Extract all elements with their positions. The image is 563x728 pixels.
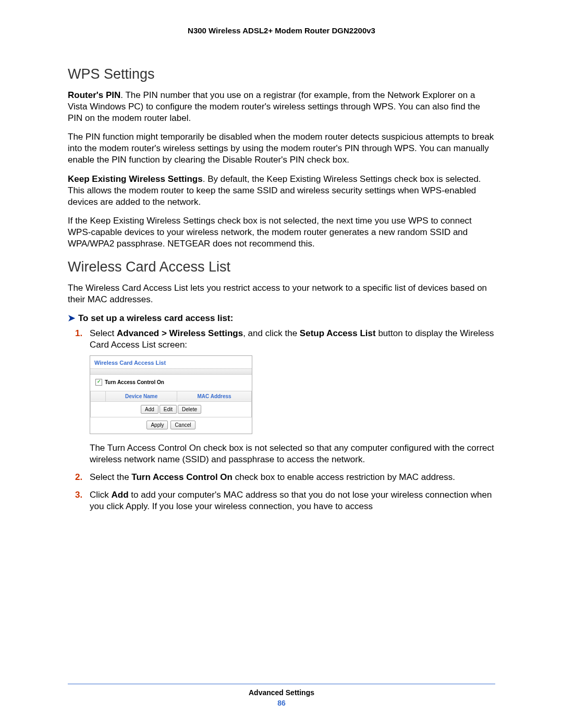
device-table: Device Name MAC Address AddEditDelete [90, 391, 252, 417]
cancel-button[interactable]: Cancel [170, 421, 195, 429]
procedure-title: To set up a wireless card access list: [78, 313, 233, 323]
menu-path: Advanced > Wireless Settings [117, 328, 243, 338]
col-device-name: Device Name [106, 391, 177, 401]
apply-button[interactable]: Apply [146, 421, 168, 429]
checkbox-name: Turn Access Control On [131, 472, 232, 482]
button-name: Setup Access List [300, 328, 376, 338]
step-1: Select Advanced > Wireless Settings, and… [90, 328, 495, 465]
bottom-button-row: Apply Cancel [90, 417, 252, 434]
button-name: Add [112, 490, 129, 500]
footer-page-number: 86 [68, 699, 495, 707]
page-footer: Advanced Settings 86 [68, 684, 495, 707]
screenshot-wireless-card-access-list: Wireless Card Access List ✓ Turn Access … [90, 355, 252, 434]
footer-rule [68, 684, 495, 684]
text: . The PIN number that you use on a regis… [68, 90, 480, 123]
para-keep-existing-2: If the Keep Existing Wireless Settings c… [68, 215, 495, 250]
text: Select the [90, 472, 131, 482]
label-keep-existing: Keep Existing Wireless Settings [68, 174, 203, 184]
text: Click [90, 490, 112, 500]
arrow-icon: ➤ [68, 313, 75, 323]
procedure-heading: ➤To set up a wireless card access list: [68, 313, 495, 324]
text: , and click the [243, 328, 300, 338]
text: Select [90, 328, 117, 338]
step-2: Select the Turn Access Control On check … [90, 472, 495, 483]
checkbox-label: Turn Access Control On [105, 379, 164, 386]
heading-wireless-card-access-list: Wireless Card Access List [68, 259, 495, 275]
table-button-row: AddEditDelete [91, 401, 252, 417]
label-routers-pin: Router's PIN [68, 90, 120, 100]
para-after-screenshot: The Turn Access Control On check box is … [90, 443, 494, 464]
footer-section-title: Advanced Settings [68, 688, 495, 697]
separator [90, 368, 252, 375]
add-button[interactable]: Add [141, 405, 158, 414]
para-routers-pin: Router's PIN. The PIN number that you us… [68, 90, 495, 124]
text: to add your computer's MAC address so th… [90, 490, 492, 511]
screenshot-title: Wireless Card Access List [90, 356, 252, 368]
text: check box to enable access restriction b… [232, 472, 455, 482]
col-mac-address: MAC Address [177, 391, 252, 401]
edit-button[interactable]: Edit [160, 405, 177, 414]
para-keep-existing: Keep Existing Wireless Settings. By defa… [68, 174, 495, 208]
checkbox-icon[interactable]: ✓ [95, 379, 102, 386]
checkbox-row: ✓ Turn Access Control On [90, 375, 252, 391]
step-3: Click Add to add your computer's MAC add… [90, 489, 495, 512]
para-pin-disabled: The PIN function might temporarily be di… [68, 131, 495, 166]
para-wcal-intro: The Wireless Card Access List lets you r… [68, 282, 495, 305]
delete-button[interactable]: Delete [178, 405, 201, 414]
col-blank [91, 391, 106, 401]
document-header: N300 Wireless ADSL2+ Modem Router DGN220… [68, 26, 495, 35]
heading-wps-settings: WPS Settings [68, 66, 495, 82]
